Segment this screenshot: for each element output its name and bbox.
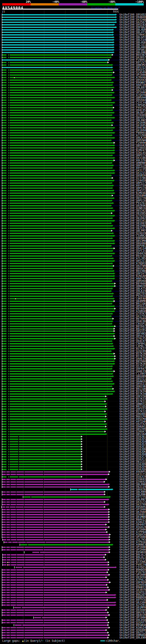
- hit-bar[interactable]: [2, 258, 113, 259]
- hit-bar[interactable]: [2, 44, 113, 46]
- hit-bar[interactable]: [2, 135, 111, 136]
- hit-bar[interactable]: [2, 180, 113, 181]
- hit-bar[interactable]: [2, 150, 114, 151]
- hit-bar[interactable]: [2, 200, 111, 201]
- hit-bar[interactable]: [2, 22, 116, 23]
- hit-bar[interactable]: [2, 421, 105, 422]
- hit-bar[interactable]: [2, 112, 113, 113]
- hit-bar[interactable]: [2, 428, 106, 430]
- hit-bar[interactable]: [2, 464, 81, 465]
- hit-bar[interactable]: [2, 97, 114, 98]
- hit-bar[interactable]: [2, 218, 112, 219]
- hit-bar[interactable]: [2, 534, 109, 535]
- hit-bar[interactable]: [24, 496, 109, 498]
- hit-bar[interactable]: [2, 401, 105, 402]
- hit-bar[interactable]: [4, 542, 109, 543]
- hit-bar[interactable]: [2, 268, 112, 269]
- hit-bar[interactable]: [2, 434, 106, 435]
- hit-bar[interactable]: [20, 544, 112, 545]
- hit-bar[interactable]: [2, 42, 113, 43]
- hit-bar[interactable]: [2, 172, 114, 174]
- hit-bar[interactable]: [2, 170, 114, 171]
- hit-bar[interactable]: [2, 537, 109, 538]
- hit-bar[interactable]: [2, 456, 81, 457]
- hit-bar[interactable]: [2, 386, 111, 387]
- hit-bar[interactable]: [2, 363, 114, 364]
- hit-bar[interactable]: [2, 396, 105, 397]
- hit-bar[interactable]: [2, 47, 113, 48]
- hit-bar[interactable]: [2, 373, 112, 374]
- hit-bar[interactable]: [2, 406, 105, 407]
- hit-bar[interactable]: [2, 637, 108, 638]
- hit-bar[interactable]: [2, 444, 81, 445]
- hit-bar[interactable]: [2, 125, 112, 126]
- hit-bar[interactable]: [2, 411, 105, 412]
- hit-bar[interactable]: [71, 489, 112, 490]
- hit-bar[interactable]: [2, 321, 112, 322]
- hit-bar[interactable]: [2, 105, 112, 106]
- hit-bar[interactable]: [2, 90, 112, 91]
- hit-bar[interactable]: [2, 336, 114, 337]
- hit-bar[interactable]: [2, 532, 106, 533]
- hit-bar[interactable]: [2, 627, 109, 628]
- hit-bar[interactable]: [2, 522, 108, 523]
- hit-bar[interactable]: [2, 502, 104, 502]
- hit-bar[interactable]: [2, 248, 114, 249]
- hit-bar[interactable]: [2, 283, 114, 284]
- hit-bar[interactable]: [2, 394, 112, 394]
- hit-bar[interactable]: [2, 519, 108, 520]
- hit-bar[interactable]: [2, 368, 111, 370]
- hit-bar[interactable]: [2, 223, 110, 224]
- hit-bar[interactable]: [2, 632, 108, 633]
- hit-bar[interactable]: [2, 178, 112, 179]
- hit-bar[interactable]: [2, 27, 116, 28]
- hit-bar[interactable]: [2, 391, 114, 392]
- hit-bar[interactable]: [2, 326, 114, 327]
- hit-bar[interactable]: [2, 162, 111, 164]
- hit-bar[interactable]: [2, 243, 114, 244]
- hit-bar[interactable]: [2, 107, 113, 108]
- hit-label[interactable]: UniRef100_Q9LEN9: [120, 636, 146, 639]
- hit-bar[interactable]: [2, 94, 111, 96]
- hit-bar[interactable]: [2, 504, 108, 505]
- hit-bar[interactable]: [2, 311, 114, 312]
- hit-bar[interactable]: [2, 256, 111, 256]
- hit-bar[interactable]: [2, 582, 109, 583]
- hit-bar[interactable]: [2, 60, 108, 60]
- hit-bar[interactable]: [2, 195, 112, 196]
- hit-bar[interactable]: [2, 351, 110, 352]
- hit-bar[interactable]: [3, 562, 108, 563]
- hit-bar[interactable]: [2, 353, 114, 354]
- hit-bar[interactable]: [2, 74, 111, 76]
- hit-bar[interactable]: [2, 328, 114, 330]
- hit-bar[interactable]: [2, 215, 114, 216]
- hit-bar[interactable]: [2, 160, 114, 161]
- hit-bar[interactable]: [32, 552, 109, 553]
- hit-bar[interactable]: [2, 577, 106, 578]
- hit-bar[interactable]: [2, 147, 114, 148]
- hit-bar[interactable]: [2, 32, 113, 33]
- hit-bar[interactable]: [2, 245, 110, 246]
- hit-bar[interactable]: [3, 564, 108, 566]
- hit-bar[interactable]: [2, 290, 110, 292]
- hit-bar[interactable]: [2, 175, 110, 176]
- hit-bar[interactable]: [2, 318, 113, 319]
- hit-bar[interactable]: [3, 559, 105, 560]
- hit-bar[interactable]: [2, 316, 110, 317]
- hit-bar[interactable]: [2, 203, 113, 204]
- hit-bar[interactable]: [2, 361, 114, 362]
- hit-bar[interactable]: [2, 140, 110, 141]
- hit-bar[interactable]: [2, 466, 81, 468]
- hit-bar[interactable]: [2, 333, 114, 334]
- hit-bar[interactable]: [2, 165, 113, 166]
- hit-bar[interactable]: [2, 572, 107, 573]
- hit-bar[interactable]: [2, 260, 114, 262]
- hit-bar[interactable]: [2, 37, 113, 38]
- hit-bar[interactable]: [2, 594, 115, 596]
- hit-bar[interactable]: [2, 612, 108, 613]
- hit-bar[interactable]: [2, 185, 113, 186]
- hit-bar[interactable]: [3, 554, 105, 555]
- hit-bar[interactable]: [2, 486, 108, 488]
- hit-bar[interactable]: [2, 416, 105, 417]
- hit-bar[interactable]: [2, 52, 113, 53]
